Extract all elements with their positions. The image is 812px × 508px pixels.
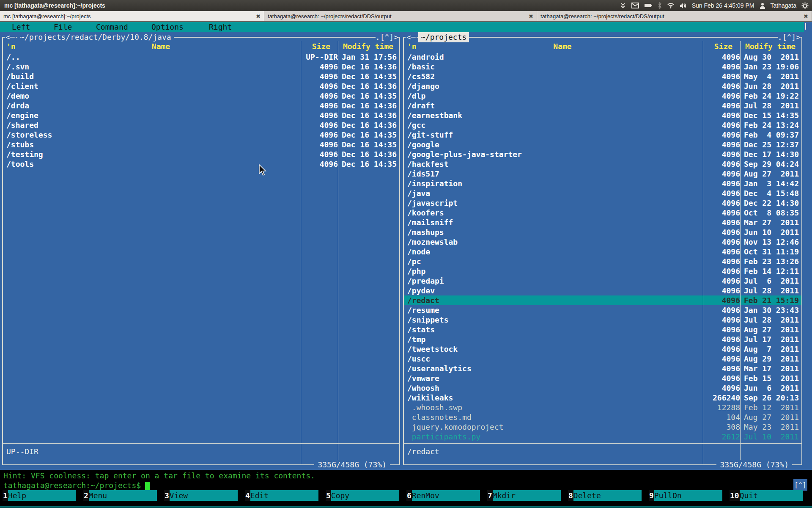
file-row[interactable]: /pydev4096Jul 28 2011 <box>404 286 801 295</box>
gear-icon[interactable] <box>801 2 809 9</box>
file-row[interactable]: /earnestbank4096Dec 15 14:35 <box>404 110 801 120</box>
user-icon[interactable] <box>760 3 765 9</box>
mail-icon[interactable] <box>631 3 639 8</box>
file-row[interactable]: /tmp4096Jul 17 2011 <box>404 334 801 344</box>
column-header-name[interactable]: Name <box>420 41 705 52</box>
fn-key-8-delete[interactable]: 8Delete <box>568 490 649 501</box>
fn-key-1-help[interactable]: 1Help <box>3 490 83 501</box>
column-header-size[interactable]: Size <box>303 41 340 52</box>
close-icon[interactable]: ✖ <box>804 13 808 19</box>
file-row[interactable]: /tweetstock4096Aug 7 2011 <box>404 344 801 354</box>
terminal-tab-1[interactable]: mc [tathagata@research]:~/projects✖ <box>0 11 264 21</box>
fn-key-10-quit[interactable]: 10Quit <box>730 490 810 501</box>
file-row[interactable]: /predapi4096Jul 6 2011 <box>404 276 801 286</box>
file-row[interactable]: /java4096Dec 4 15:48 <box>404 188 801 198</box>
wifi-icon[interactable] <box>667 3 675 8</box>
file-row[interactable]: /mailsniff4096Mar 27 2011 <box>404 218 801 227</box>
file-row[interactable]: /stubs4096Dec 16 14:35 <box>3 140 399 149</box>
file-row[interactable]: /shared4096Dec 16 14:36 <box>3 120 399 130</box>
fn-key-6-renmov[interactable]: 6RenMov <box>406 490 487 501</box>
sort-indicator[interactable]: 'n <box>6 41 19 52</box>
file-row[interactable]: /snippets4096Jul 28 2011 <box>404 315 801 325</box>
file-row[interactable]: /wikileaks266240Sep 26 20:13 <box>404 393 801 403</box>
file-row[interactable]: /google4096Dec 25 12:37 <box>404 140 801 149</box>
battery-icon[interactable] <box>644 3 653 8</box>
volume-icon[interactable] <box>680 3 687 9</box>
menu-item-right[interactable]: Right <box>209 22 232 32</box>
file-row[interactable]: /hackfest4096Sep 29 04:24 <box>404 159 801 169</box>
file-row[interactable]: /testing4096Dec 16 14:36 <box>3 149 399 159</box>
file-row[interactable]: classnotes.md104Aug 27 2011 <box>404 412 801 422</box>
file-row[interactable]: /ids5174096Aug 27 2011 <box>404 169 801 179</box>
menu-item-options[interactable]: Options <box>151 22 184 32</box>
terminal-tab-3[interactable]: tathagata@research: ~/projects/redact/DD… <box>537 11 812 21</box>
file-row[interactable]: /android4096Aug 30 2011 <box>404 52 801 62</box>
file-row[interactable]: /whoosh4096Jun 6 2011 <box>404 383 801 393</box>
close-icon[interactable]: ✖ <box>256 13 261 19</box>
file-row[interactable]: /client4096Dec 16 14:36 <box>3 81 399 91</box>
indicator-icon[interactable] <box>620 2 626 9</box>
file-row[interactable]: /demo4096Dec 16 14:35 <box>3 91 399 101</box>
fn-key-4-edit[interactable]: 4Edit <box>245 490 326 501</box>
file-row[interactable]: /pc4096Feb 23 13:26 <box>404 257 801 266</box>
fn-key-2-menu[interactable]: 2Menu <box>83 490 164 501</box>
bluetooth-icon[interactable] <box>658 2 662 9</box>
fn-key-9-pulldn[interactable]: 9PullDn <box>649 490 730 501</box>
file-size: 4096 <box>303 140 340 149</box>
file-row[interactable]: /node4096Oct 31 11:19 <box>404 247 801 257</box>
menu-item-left[interactable]: Left <box>12 22 30 32</box>
file-row[interactable]: /resume4096Jan 30 23:43 <box>404 305 801 315</box>
file-row[interactable]: /koofers4096Oct 8 08:35 <box>404 208 801 218</box>
file-row[interactable]: /..UP--DIRJan 31 17:56 <box>3 52 399 62</box>
file-row[interactable]: /moznewslab4096Nov 13 12:46 <box>404 237 801 247</box>
file-row[interactable]: /build4096Dec 16 14:35 <box>3 72 399 81</box>
clock[interactable]: Sun Feb 26 4:45:09 PM <box>692 2 754 9</box>
file-row[interactable]: /basic4096Jan 23 19:06 <box>404 62 801 72</box>
fn-key-7-mkdir[interactable]: 7Mkdir <box>487 490 568 501</box>
column-header-size[interactable]: Size <box>705 41 742 52</box>
panels-toggle-button[interactable]: [^] <box>793 479 807 491</box>
file-row[interactable]: /mashups4096Jun 10 2011 <box>404 227 801 237</box>
fn-key-label: Menu <box>89 490 157 501</box>
file-row[interactable]: /vmware4096Feb 15 2011 <box>404 373 801 383</box>
file-row[interactable]: /django4096Jun 28 2011 <box>404 81 801 91</box>
file-mtime: Jul 17 2011 <box>742 334 799 344</box>
file-row[interactable]: /google-plus-java-starter4096Dec 17 14:3… <box>404 149 801 159</box>
file-row[interactable]: /gcc4096Feb 24 13:24 <box>404 120 801 130</box>
close-icon[interactable]: ✖ <box>529 13 533 19</box>
terminal-tab-2[interactable]: tathagata@research: ~/projects/redact/DD… <box>264 11 537 21</box>
file-row[interactable]: participants.py2612Jul 10 2011 <box>404 432 801 442</box>
file-row[interactable]: /drda4096Dec 16 14:36 <box>3 101 399 110</box>
shell-prompt[interactable]: tathagata@research:~/projects$ <box>3 480 150 490</box>
menu-item-command[interactable]: Command <box>96 22 128 32</box>
file-size: 4096 <box>705 52 742 62</box>
file-size: 4096 <box>705 110 742 120</box>
file-row[interactable]: jquery.komodoproject308May 23 2011 <box>404 422 801 432</box>
file-row[interactable]: /inspiration4096Jan 3 14:42 <box>404 179 801 188</box>
file-row[interactable]: /cs5824096May 4 2011 <box>404 72 801 81</box>
left-column-headers: 'n Name Size Modify time <box>3 41 399 52</box>
file-row[interactable]: /uscc4096Aug 29 2011 <box>404 354 801 364</box>
column-header-mtime[interactable]: Modify time <box>340 41 397 52</box>
file-row[interactable]: /redact4096Feb 21 15:19 <box>404 295 801 305</box>
file-row[interactable]: /storeless4096Dec 16 14:35 <box>3 130 399 140</box>
file-row[interactable]: /engine4096Dec 16 14:36 <box>3 110 399 120</box>
file-row[interactable]: /.svn4096Dec 16 14:36 <box>3 62 399 72</box>
session-user[interactable]: Tathagata <box>771 2 797 9</box>
column-header-mtime[interactable]: Modify time <box>742 41 799 52</box>
file-mtime: Jul 28 2011 <box>742 315 799 325</box>
sort-indicator[interactable]: 'n <box>407 41 420 52</box>
file-row[interactable]: .whoosh.swp12288Feb 12 2011 <box>404 403 801 412</box>
file-row[interactable]: /tools4096Dec 16 14:35 <box>3 159 399 169</box>
menu-item-file[interactable]: File <box>54 22 72 32</box>
file-row[interactable]: /draft4096Jul 28 2011 <box>404 101 801 110</box>
file-row[interactable]: /dlp4096Feb 24 19:22 <box>404 91 801 101</box>
file-row[interactable]: /stats4096Aug 27 2011 <box>404 325 801 334</box>
fn-key-5-copy[interactable]: 5Copy <box>326 490 406 501</box>
column-header-name[interactable]: Name <box>19 41 303 52</box>
file-row[interactable]: /git-stuff4096Feb 4 09:37 <box>404 130 801 140</box>
file-row[interactable]: /php4096Feb 14 12:11 <box>404 266 801 276</box>
fn-key-3-view[interactable]: 3View <box>164 490 245 501</box>
file-row[interactable]: /javascript4096Dec 22 14:30 <box>404 198 801 208</box>
file-row[interactable]: /useranalytics4096Mar 17 2011 <box>404 364 801 373</box>
